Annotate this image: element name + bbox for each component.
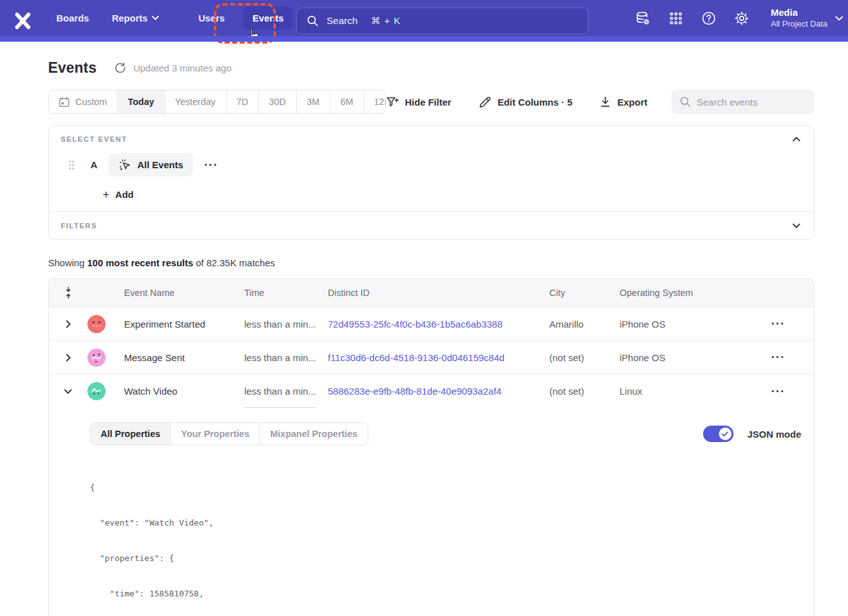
- expand-row-chevron-right-icon[interactable]: [49, 320, 87, 328]
- table-header-row: Event Name Time Distinct ID City Operati…: [49, 279, 814, 307]
- results-summary: Showing 100 most recent results of 82.35…: [48, 257, 814, 268]
- hide-filter-button[interactable]: Hide Filter: [386, 96, 451, 108]
- event-avatar: [87, 382, 124, 400]
- search-icon: [680, 96, 691, 108]
- date-option-12m[interactable]: 12M: [364, 90, 386, 113]
- nav-item-users[interactable]: Users: [198, 13, 225, 23]
- export-button[interactable]: Export: [600, 96, 647, 108]
- refresh-icon[interactable]: [115, 62, 126, 73]
- json-mode-control: JSON mode: [703, 426, 801, 442]
- tab-mixpanel-properties[interactable]: Mixpanel Properties: [260, 423, 368, 445]
- edit-columns-button[interactable]: Edit Columns · 5: [479, 96, 572, 108]
- json-line: "event": "Watch Video",: [90, 517, 801, 529]
- expand-filters-chevron-down-icon[interactable]: [791, 222, 802, 230]
- date-range-picker: Custom Today Yesterday 7D 30D 3M 6M 12M: [48, 90, 386, 114]
- download-icon: [600, 96, 611, 108]
- time-cell-divider: [244, 407, 316, 408]
- tab-your-properties[interactable]: Your Properties: [171, 423, 260, 445]
- distinct-id-link[interactable]: 72d49553-25fc-4f0c-b436-1b5ac6ab3388: [328, 319, 549, 330]
- date-option-custom-label: Custom: [75, 97, 107, 107]
- json-line: "time": 1585810758,: [90, 588, 801, 600]
- pencil-icon: [479, 96, 491, 108]
- all-events-chip-label: All Events: [137, 159, 184, 170]
- search-events-container: [671, 90, 814, 114]
- row-more-button[interactable]: ···: [771, 354, 785, 360]
- nav-item-events[interactable]: Events: [243, 6, 293, 30]
- add-event-label: Add: [115, 189, 134, 200]
- data-management-icon[interactable]: [635, 11, 651, 26]
- event-os: Linux: [620, 386, 742, 397]
- help-icon[interactable]: [701, 11, 716, 26]
- date-option-6m[interactable]: 6M: [330, 90, 364, 113]
- distinct-id-link[interactable]: 5886283e-e9fb-48fb-81de-40e9093a2af4: [328, 386, 549, 397]
- json-mode-label: JSON mode: [747, 429, 801, 440]
- filters-label: FILTERS: [61, 222, 97, 230]
- column-header-city[interactable]: City: [549, 288, 620, 298]
- project-chevron-down-icon[interactable]: [835, 16, 843, 21]
- select-event-section: SELECT EVENT: [49, 126, 814, 211]
- json-line: "properties": {: [90, 553, 801, 565]
- edit-columns-label: Edit Columns · 5: [497, 97, 572, 108]
- event-detail-panel: All Properties Your Properties Mixpanel …: [49, 408, 814, 616]
- global-search-bar[interactable]: Search ⌘ + K: [296, 8, 589, 34]
- nav-item-reports[interactable]: Reports: [112, 13, 159, 23]
- top-navigation: Boards Reports Users Events Search ⌘ + K: [0, 0, 848, 42]
- magic-cursor-icon: [118, 158, 132, 171]
- column-header-operating-system[interactable]: Operating System: [620, 288, 742, 298]
- event-os: iPhone OS: [620, 352, 742, 363]
- plus-icon: +: [103, 190, 109, 200]
- event-city: (not set): [549, 352, 620, 363]
- results-prefix: Showing: [48, 257, 87, 268]
- expand-row-chevron-right-icon[interactable]: [49, 354, 87, 362]
- table-row-expanded[interactable]: Watch Video less than a min... 5886283e-…: [49, 374, 814, 408]
- distinct-id-link[interactable]: f11c30d6-dc6d-4518-9136-0d046159c84d: [328, 352, 549, 363]
- add-event-button[interactable]: + Add: [103, 189, 147, 200]
- row-more-button[interactable]: ···: [771, 321, 785, 327]
- global-search-shortcut: ⌘ + K: [371, 15, 401, 27]
- date-option-custom[interactable]: Custom: [49, 90, 118, 113]
- date-option-30d[interactable]: 30D: [259, 90, 297, 113]
- query-builder-card: SELECT EVENT: [48, 125, 814, 240]
- controls-row: Custom Today Yesterday 7D 30D 3M 6M 12M: [48, 90, 814, 114]
- results-count: 100 most recent results: [87, 257, 194, 268]
- apps-grid-icon[interactable]: [668, 11, 683, 26]
- tab-all-properties[interactable]: All Properties: [90, 423, 171, 445]
- collapse-row-chevron-down-icon[interactable]: [49, 389, 87, 394]
- date-option-today[interactable]: Today: [118, 90, 165, 113]
- event-avatar: [87, 315, 124, 333]
- event-name: Experiment Started: [124, 319, 244, 330]
- date-option-7d[interactable]: 7D: [227, 90, 259, 113]
- event-time: less than a min...: [244, 319, 328, 330]
- all-events-chip[interactable]: All Events: [109, 153, 193, 176]
- project-name: Media: [771, 7, 828, 18]
- filters-section[interactable]: FILTERS: [49, 211, 814, 239]
- toggle-knob: [719, 428, 732, 440]
- event-name: Watch Video: [124, 386, 244, 397]
- sort-order-icon[interactable]: [49, 286, 87, 299]
- column-header-event-name[interactable]: Event Name: [124, 288, 244, 298]
- event-time: less than a min...: [244, 386, 328, 397]
- drag-handle-icon[interactable]: [68, 160, 75, 170]
- event-city: Amarillo: [549, 319, 620, 330]
- select-event-label: SELECT EVENT: [61, 135, 127, 143]
- nav-menu: Boards Reports Users Events: [56, 0, 293, 36]
- date-option-yesterday[interactable]: Yesterday: [165, 90, 227, 113]
- nav-item-boards[interactable]: Boards: [56, 13, 89, 23]
- column-header-distinct-id[interactable]: Distinct ID: [328, 288, 549, 298]
- event-json-viewer[interactable]: { "event": "Watch Video", "properties": …: [90, 459, 801, 616]
- table-row[interactable]: Experiment Started less than a min... 72…: [49, 307, 814, 341]
- project-selector[interactable]: Media All Project Data: [771, 7, 828, 29]
- global-search-label: Search: [327, 15, 358, 27]
- json-mode-toggle[interactable]: [703, 426, 733, 442]
- settings-gear-icon[interactable]: [734, 11, 749, 26]
- search-events-input[interactable]: [671, 90, 814, 114]
- check-icon: [721, 431, 728, 437]
- row-more-button[interactable]: ···: [771, 388, 785, 395]
- collapse-section-chevron-up-icon[interactable]: [791, 135, 802, 143]
- event-clause-more-button[interactable]: ···: [204, 162, 218, 168]
- date-option-3m[interactable]: 3M: [297, 90, 330, 113]
- nav-right-controls: Media All Project Data: [635, 0, 843, 36]
- table-row[interactable]: Message Sent less than a min... f11c30d6…: [49, 341, 814, 374]
- mixpanel-logo-icon[interactable]: [13, 11, 33, 31]
- column-header-time[interactable]: Time: [244, 288, 328, 298]
